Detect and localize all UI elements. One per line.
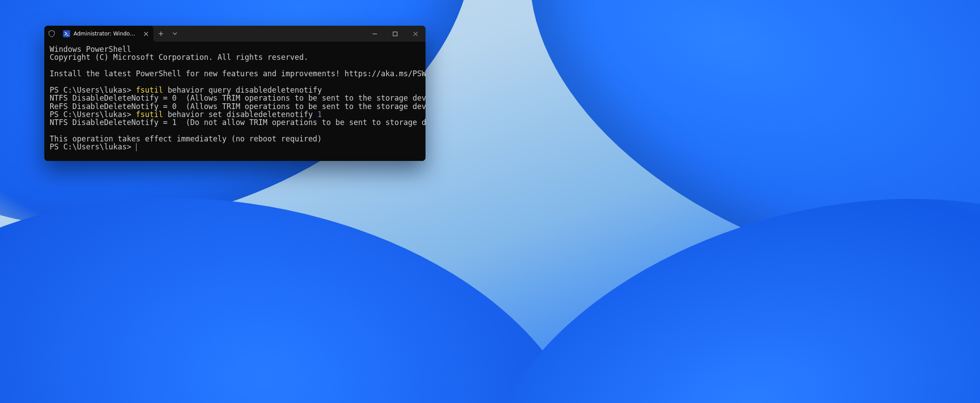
new-tab-button[interactable] — [153, 26, 168, 42]
terminal-line: NTFS DisableDeleteNotify = 0 (Allows TRI… — [50, 94, 426, 102]
new-tab-dropdown[interactable] — [168, 26, 181, 42]
cmd-args: behavior set disabledeletenotify — [163, 110, 317, 119]
powershell-icon — [63, 30, 70, 37]
tab-strip: Administrator: Windows PowerShell — [44, 26, 153, 42]
maximize-button[interactable] — [385, 26, 405, 42]
cmd-number: 1 — [317, 110, 322, 119]
terminal-line: Copyright (C) Microsoft Corporation. All… — [50, 53, 308, 62]
window-close-button[interactable] — [405, 26, 426, 42]
admin-shield-slot — [44, 26, 59, 42]
prompt: PS C:\Users\lukas> — [50, 86, 136, 94]
tab-powershell[interactable]: Administrator: Windows PowerShell — [59, 26, 153, 42]
window-controls — [364, 26, 426, 42]
terminal-line: Install the latest PowerShell for new fe… — [50, 69, 426, 78]
terminal-window: Administrator: Windows PowerShell — [44, 26, 426, 161]
terminal-line: This operation takes effect immediately … — [50, 134, 322, 143]
terminal-line: ReFS DisableDeleteNotify = 0 (Allows TRI… — [50, 102, 426, 111]
title-bar[interactable]: Administrator: Windows PowerShell — [44, 26, 426, 42]
terminal-line: Windows PowerShell — [50, 45, 131, 54]
minimize-button[interactable] — [364, 26, 385, 42]
close-icon — [413, 31, 418, 36]
chevron-down-icon — [172, 32, 177, 35]
text-cursor — [136, 143, 137, 151]
tab-close-button[interactable] — [142, 30, 150, 38]
cmd-keyword: fsutil — [136, 110, 163, 119]
minimize-icon — [372, 31, 377, 36]
close-icon — [144, 31, 148, 36]
terminal-viewport[interactable]: Windows PowerShell Copyright (C) Microso… — [44, 42, 426, 161]
tab-title: Administrator: Windows PowerShell — [74, 31, 138, 37]
svg-rect-0 — [393, 32, 397, 36]
cmd-keyword: fsutil — [136, 86, 163, 94]
title-actions — [153, 26, 181, 42]
plus-icon — [158, 31, 164, 36]
shield-icon — [48, 30, 55, 37]
maximize-icon — [393, 31, 398, 36]
terminal-line: NTFS DisableDeleteNotify = 1 (Do not all… — [50, 118, 426, 127]
prompt: PS C:\Users\lukas> — [50, 110, 136, 119]
titlebar-drag-region[interactable] — [181, 26, 364, 42]
cmd-args: behavior query disabledeletenotify — [163, 86, 322, 94]
prompt: PS C:\Users\lukas> — [50, 142, 136, 151]
